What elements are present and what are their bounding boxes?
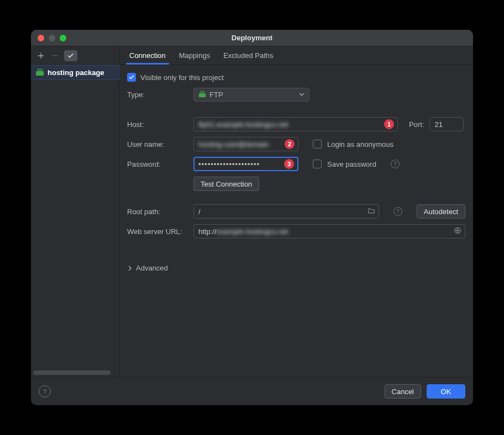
test-connection-button[interactable]: Test Connection [193,177,259,191]
host-input[interactable]: ftp01.example.hostingco.net 1 [193,117,398,131]
password-label: Password: [127,160,188,168]
set-default-button[interactable] [64,50,77,61]
sidebar: hosting package [31,46,119,377]
annotation-badge-2: 2 [285,139,295,149]
root-path-help-icon[interactable]: ? [393,207,402,216]
svg-rect-3 [200,91,205,93]
chevron-right-icon [127,266,133,271]
advanced-toggle[interactable]: Advanced [127,261,465,275]
type-select[interactable]: FTP [193,88,309,102]
username-label: User name: [127,140,188,148]
root-path-row: Root path: / ? Autodetect [127,204,465,219]
host-row: Host: ftp01.example.hostingco.net 1 Port… [127,117,465,131]
tab-excluded-paths[interactable]: Excluded Paths [221,47,275,64]
visible-only-checkbox[interactable] [127,73,136,82]
sidebar-item-hosting-package[interactable]: hosting package [31,65,119,80]
folder-browse-icon[interactable] [368,207,375,216]
chevron-down-icon [299,92,305,97]
port-label: Port: [409,120,424,129]
tab-mappings[interactable]: Mappings [177,47,212,64]
advanced-label: Advanced [136,264,168,272]
root-path-input[interactable]: / [193,204,379,219]
annotation-badge-1: 1 [384,119,394,129]
ftp-icon [198,90,206,99]
autodetect-button[interactable]: Autodetect [417,204,465,219]
annotation-badge-3: 3 [284,159,294,169]
footer: ? Cancel OK [31,377,473,405]
web-url-label: Web server URL: [127,227,188,236]
username-input[interactable]: hosting-user@domain 2 [193,137,298,151]
add-server-button[interactable] [35,50,46,61]
password-row: Password: •••••••••••••••••••• 3 Save pa… [127,157,465,171]
globe-icon[interactable] [454,227,461,236]
help-button[interactable]: ? [39,385,51,397]
port-input[interactable]: 21 [429,117,464,131]
remove-server-button[interactable] [50,50,61,61]
tabs: Connection Mappings Excluded Paths [119,46,473,65]
sidebar-scrollbar[interactable] [33,370,111,375]
svg-rect-0 [36,71,44,76]
main-area: hosting package Connection Mappings Excl… [31,46,473,377]
titlebar: Deployment [31,30,473,46]
type-label: Type: [127,91,188,99]
save-password-help-icon[interactable]: ? [391,160,400,168]
type-row: Type: FTP [127,87,465,102]
visible-only-row: Visible only for this project [127,73,465,82]
login-anonymous-label: Login as anonymous [327,140,393,148]
svg-rect-2 [199,93,206,97]
username-row: User name: hosting-user@domain 2 Login a… [127,137,465,151]
visible-only-label: Visible only for this project [140,73,224,82]
login-anonymous-checkbox[interactable] [313,140,322,148]
type-value: FTP [209,91,223,99]
cancel-button[interactable]: Cancel [385,384,421,399]
connection-form: Visible only for this project Type: FTP [119,65,473,275]
server-icon [35,67,44,78]
svg-rect-1 [37,68,43,71]
sidebar-toolbar [31,46,119,65]
root-path-label: Root path: [127,208,188,216]
web-url-input[interactable]: http://example.hostingco.net [193,224,465,238]
save-password-checkbox[interactable] [313,160,322,168]
deployment-window: Deployment hosting package [31,30,473,405]
sidebar-item-label: hosting package [48,68,104,77]
save-password-label: Save password [327,160,376,168]
web-url-row: Web server URL: http://example.hostingco… [127,224,465,238]
password-input[interactable]: •••••••••••••••••••• 3 [193,157,298,171]
tab-connection[interactable]: Connection [127,47,168,64]
host-label: Host: [127,120,188,129]
test-connection-row: Test Connection [127,177,465,191]
window-title: Deployment [31,34,473,42]
ok-button[interactable]: OK [427,384,465,399]
content-pane: Connection Mappings Excluded Paths Visib… [119,46,473,377]
